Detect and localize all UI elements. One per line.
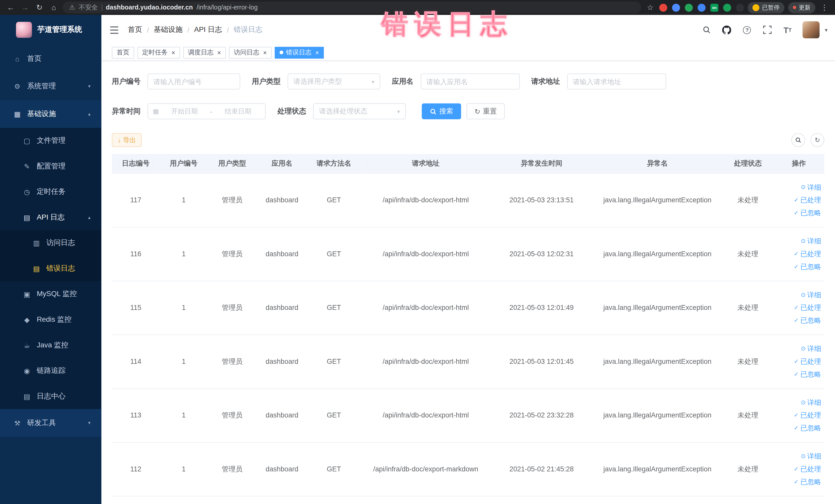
action-label: 已忽略 — [800, 369, 821, 379]
close-tab-icon[interactable]: × — [315, 49, 319, 56]
action-detail[interactable]: ⊙详细 — [801, 398, 821, 407]
sidebar-item-file-management[interactable]: ▢文件管理 — [0, 128, 101, 154]
browser-menu-icon[interactable]: ⋮ — [819, 2, 830, 13]
chevron-down-icon: ▾ — [372, 79, 374, 84]
check-icon: ✓ — [794, 197, 799, 204]
extension-icon[interactable] — [685, 3, 693, 11]
cell-user_type: 管理员 — [208, 442, 257, 496]
hamburger-icon[interactable] — [108, 24, 119, 35]
sidebar-item-redis-monitor[interactable]: ◆Redis 监控 — [0, 307, 101, 332]
address-bar[interactable]: ⚠ 不安全 dashboard.yudao.iocoder.cn/infra/l… — [63, 2, 641, 13]
app-name-input[interactable] — [421, 74, 520, 89]
sidebar-item-label: 基础设施 — [27, 109, 56, 119]
breadcrumb-item-0[interactable]: 首页 — [128, 25, 142, 35]
sidebar-item-log-center[interactable]: ▤日志中心 — [0, 384, 101, 409]
action-processed[interactable]: ✓已处理 — [794, 303, 821, 312]
action-ignored[interactable]: ✓已忽略 — [794, 208, 821, 218]
user-id-input[interactable] — [148, 74, 240, 89]
cell-id: 117 — [112, 173, 160, 227]
tab-error-log[interactable]: 错误日志× — [275, 47, 324, 59]
process-status-select[interactable]: 请选择处理状态 ▾ — [313, 103, 406, 119]
extension-icon[interactable] — [672, 3, 680, 11]
fullscreen-icon[interactable] — [762, 24, 773, 35]
search-button-label: 搜索 — [440, 106, 453, 116]
sidebar-item-java-monitor[interactable]: ☕Java 监控 — [0, 332, 101, 358]
action-ignored[interactable]: ✓已忽略 — [794, 316, 821, 325]
sidebar-item-infrastructure[interactable]: ▦基础设施▴ — [0, 100, 101, 128]
action-label: 已忽略 — [800, 208, 821, 218]
sidebar-item-config-management[interactable]: ✎配置管理 — [0, 153, 101, 179]
sidebar-item-access-log[interactable]: ▥访问日志 — [0, 230, 101, 256]
sidebar-item-error-log[interactable]: ▤错误日志 — [0, 256, 101, 281]
tab-job-log[interactable]: 调度日志× — [183, 47, 226, 59]
export-button[interactable]: ↓ 导出 — [112, 133, 142, 147]
user-avatar[interactable] — [802, 21, 819, 38]
search-button[interactable]: 搜索 — [422, 103, 461, 119]
help-icon[interactable]: ? — [742, 24, 752, 35]
column-header-6: 异常发生时间 — [491, 154, 592, 173]
extension-icon[interactable] — [698, 3, 706, 11]
end-date-input[interactable] — [216, 107, 261, 115]
breadcrumb-item-2[interactable]: API 日志 — [194, 25, 222, 35]
caret-down-icon[interactable]: ▾ — [825, 27, 827, 33]
check-icon: ✓ — [794, 465, 799, 472]
user-type-select[interactable]: 请选择用户类型 ▾ — [287, 74, 380, 89]
sidebar-item-scheduled-task[interactable]: ◷定时任务 — [0, 179, 101, 205]
action-processed[interactable]: ✓已处理 — [794, 464, 821, 474]
reload-icon[interactable]: ↻ — [34, 2, 45, 13]
breadcrumb-item-1[interactable]: 基础设施 — [154, 25, 183, 35]
action-processed[interactable]: ✓已处理 — [794, 410, 821, 420]
action-detail[interactable]: ⊙详细 — [801, 344, 821, 353]
action-ignored[interactable]: ✓已忽略 — [794, 423, 821, 432]
row-actions: ⊙详细✓已处理✓已忽略 — [773, 290, 824, 325]
action-processed[interactable]: ✓已处理 — [794, 249, 821, 259]
search-icon[interactable] — [701, 24, 712, 35]
action-processed[interactable]: ✓已处理 — [794, 357, 821, 366]
action-detail[interactable]: ⊙详细 — [801, 236, 821, 246]
close-tab-icon[interactable]: × — [217, 49, 221, 56]
paused-extension-button[interactable]: 已暂停 — [748, 2, 785, 13]
action-detail[interactable]: ⊙详细 — [801, 451, 821, 461]
font-size-icon[interactable]: TT — [782, 24, 793, 35]
bookmark-star-icon[interactable]: ☆ — [645, 2, 655, 13]
breadcrumb-separator: / — [227, 26, 229, 34]
sidebar-item-system-management[interactable]: ⚙系统管理▾ — [0, 73, 101, 100]
tab-access-log[interactable]: 访问日志× — [229, 47, 271, 59]
sidebar-item-dev-tools[interactable]: ⚒研发工具▾ — [0, 409, 101, 437]
extension-icon[interactable] — [736, 3, 744, 11]
action-ignored[interactable]: ✓已忽略 — [794, 262, 821, 271]
cell-method: GET — [307, 227, 360, 281]
toggle-search-icon[interactable] — [791, 133, 805, 147]
extension-icon[interactable] — [659, 3, 667, 11]
refresh-table-icon[interactable]: ↻ — [811, 133, 824, 147]
sidebar-item-api-log[interactable]: ▤API 日志▴ — [0, 205, 101, 230]
action-detail[interactable]: ⊙详细 — [801, 290, 821, 300]
home-icon[interactable]: ⌂ — [48, 2, 59, 13]
forward-icon[interactable]: → — [20, 2, 30, 13]
sidebar-item-trace[interactable]: ◉链路追踪 — [0, 358, 101, 384]
extension-icon[interactable]: on — [711, 3, 718, 11]
extension-icon[interactable] — [723, 3, 731, 11]
reset-button[interactable]: ↻ 重置 — [466, 103, 505, 119]
tab-scheduled-task[interactable]: 定时任务× — [137, 47, 180, 59]
date-range-picker[interactable]: ▦ - — [148, 103, 266, 119]
action-ignored[interactable]: ✓已忽略 — [794, 369, 821, 379]
close-tab-icon[interactable]: × — [171, 49, 175, 56]
update-button[interactable]: 更新 — [788, 2, 815, 13]
close-tab-icon[interactable]: × — [263, 49, 267, 56]
request-url-input[interactable] — [567, 74, 666, 89]
sidebar-item-home[interactable]: ⌂首页 — [0, 45, 101, 73]
github-icon[interactable] — [721, 24, 732, 35]
back-icon[interactable]: ← — [5, 2, 16, 13]
sidebar-item-mysql-monitor[interactable]: ▣MySQL 监控 — [0, 281, 101, 307]
cell-exception: java.lang.IllegalArgumentException — [592, 281, 722, 335]
cell-url: /api/infra/db-doc/export-html — [361, 281, 491, 335]
action-processed[interactable]: ✓已处理 — [794, 195, 821, 205]
tab-home[interactable]: 首页 — [112, 47, 134, 59]
app-logo[interactable]: 芋道管理系统 — [0, 15, 101, 45]
action-detail[interactable]: ⊙详细 — [801, 183, 821, 192]
start-date-input[interactable] — [162, 107, 207, 115]
address-divider — [102, 4, 102, 11]
action-label: 已忽略 — [800, 316, 821, 325]
action-ignored[interactable]: ✓已忽略 — [794, 477, 821, 486]
